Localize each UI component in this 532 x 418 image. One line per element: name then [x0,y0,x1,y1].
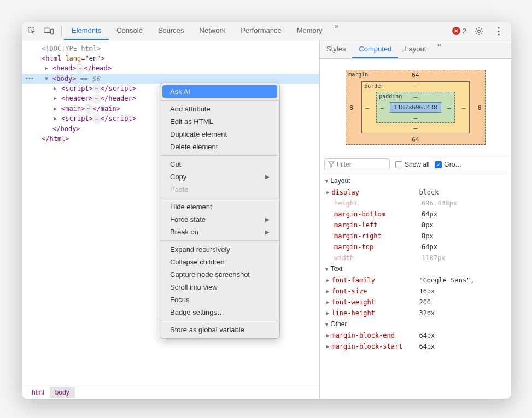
prop-row[interactable]: font-weight200 [324,297,507,308]
inspect-icon[interactable] [25,24,39,38]
menu-collapse[interactable]: Collapse children [162,256,277,268]
computed-properties[interactable]: Layout displayblockheight696.438pxmargin… [320,173,511,399]
menu-delete[interactable]: Delete element [162,140,277,153]
menu-hide[interactable]: Hide element [162,201,277,213]
prop-row[interactable]: width1187px [324,252,507,263]
padding-right-value[interactable]: – [447,104,451,111]
menu-focus[interactable]: Focus [162,293,277,306]
error-icon: ✕ [452,27,460,35]
prop-value: 200 [419,297,431,308]
menu-cut[interactable]: Cut [162,158,277,170]
group-layout[interactable]: Layout [324,175,507,187]
tab-network[interactable]: Network [192,22,233,40]
prop-row[interactable]: margin-left8px [324,220,507,231]
border-bottom-value[interactable]: – [414,125,418,132]
svg-point-3 [478,30,480,32]
margin-left-value[interactable]: 8 [349,104,353,111]
tab-console[interactable]: Console [109,22,150,40]
breadcrumb-body[interactable]: body [50,387,75,398]
chevron-right-icon: ▶ [265,174,270,180]
tab-elements[interactable]: Elements [64,22,109,40]
prop-row[interactable]: margin-block-start64px [324,341,507,352]
menu-expand[interactable]: Expand recursively [162,243,277,256]
prop-name: line-height [331,308,419,319]
prop-value: 64px [419,341,435,352]
prop-name: height [334,198,422,209]
menu-ask-ai[interactable]: Ask AI [162,85,277,98]
prop-name: margin-block-end [331,330,419,341]
menu-add-attribute[interactable]: Add attribute [162,103,277,115]
menu-break-on[interactable]: Break on▶ [162,226,277,238]
kebab-menu-icon[interactable] [492,24,506,38]
prop-value: 64px [422,242,437,252]
more-subtabs-icon[interactable]: » [432,40,445,58]
prop-value: block [419,187,439,198]
menu-store[interactable]: Store as global variable [162,323,277,336]
prop-name: font-weight [331,297,419,308]
prop-row[interactable]: displayblock [324,187,507,198]
group-text[interactable]: Text [324,263,507,275]
context-menu: Ask AI Add attribute Edit as HTML Duplic… [160,83,280,339]
prop-row[interactable]: font-size16px [324,286,507,297]
prop-name: margin-left [334,220,422,231]
more-tabs-icon[interactable]: » [330,22,343,40]
prop-row[interactable]: font-family"Google Sans", [324,275,507,286]
styles-toolbar: Styles Computed Layout » [320,40,511,59]
prop-value: 64px [419,330,435,341]
prop-value: 64px [422,209,437,220]
svg-point-4 [498,27,499,28]
prop-row[interactable]: margin-bottom64px [324,209,507,220]
prop-row[interactable]: margin-top64px [324,242,507,252]
prop-row[interactable]: height696.438px [324,198,507,209]
svg-rect-2 [51,29,54,34]
menu-duplicate[interactable]: Duplicate element [162,128,277,140]
breadcrumb-html[interactable]: html [26,387,50,398]
group-other[interactable]: Other [324,319,507,330]
menu-copy[interactable]: Copy▶ [162,170,277,183]
dom-node-html[interactable]: <html lang="en"> [22,54,319,63]
tab-performance[interactable]: Performance [233,22,289,40]
padding-bottom-value[interactable]: – [414,114,418,121]
prop-row[interactable]: margin-block-end64px [324,330,507,341]
menu-edit-html[interactable]: Edit as HTML [162,115,277,128]
padding-top-value[interactable]: – [414,93,418,101]
chevron-right-icon: ▶ [265,216,270,222]
prop-row[interactable]: line-height32px [324,308,507,319]
breadcrumb: html body [22,385,319,399]
dom-node-doctype[interactable]: <!DOCTYPE html> [22,44,319,54]
dom-node-head[interactable]: <head>⋯</head> [22,63,319,74]
padding-left-value[interactable]: – [380,104,384,111]
margin-right-value[interactable]: 8 [478,104,482,111]
tab-memory[interactable]: Memory [289,22,330,40]
show-all-checkbox[interactable]: Show all [395,161,429,168]
prop-row[interactable]: margin-right8px [324,231,507,242]
prop-value: 696.438px [422,198,457,209]
menu-force-state[interactable]: Force state▶ [162,213,277,226]
box-model[interactable]: margin 64 64 8 8 border – – – – paddin [320,59,511,156]
border-label: border [364,83,384,89]
menu-screenshot[interactable]: Capture node screenshot [162,268,277,281]
error-count-badge[interactable]: ✕ 2 [452,27,466,35]
props-layout: displayblockheight696.438pxmargin-bottom… [324,187,507,263]
margin-bottom-value[interactable]: 64 [412,136,419,143]
tab-sources[interactable]: Sources [150,22,192,40]
sub-tab-layout[interactable]: Layout [398,40,432,58]
chevron-right-icon: ▶ [265,229,270,235]
prop-name: width [334,252,422,263]
dom-node-body-selected[interactable]: <body> == $0 [22,74,319,84]
menu-scroll[interactable]: Scroll into view [162,281,277,293]
border-top-value[interactable]: – [414,83,418,90]
menu-badge[interactable]: Badge settings… [162,306,277,319]
border-left-value[interactable]: – [365,104,369,111]
prop-value: 8px [422,231,434,242]
device-icon[interactable] [42,24,56,38]
border-right-value[interactable]: – [462,104,466,111]
settings-gear-icon[interactable] [472,24,486,38]
margin-top-value[interactable]: 64 [412,72,419,79]
sub-tab-computed[interactable]: Computed [352,40,398,58]
content-size[interactable]: 1187×696.438 [390,102,441,113]
sub-tab-styles[interactable]: Styles [320,40,352,58]
filter-input[interactable]: Filter [324,158,390,170]
group-checkbox[interactable]: ✓Gro… [435,161,461,168]
props-other: margin-block-end64pxmargin-block-start64… [324,330,507,352]
